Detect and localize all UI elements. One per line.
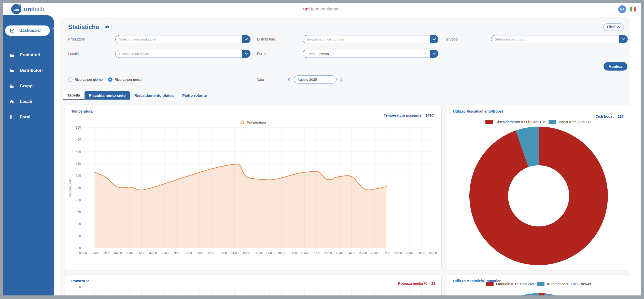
- svg-text:26/08: 26/08: [371, 251, 379, 255]
- sidebar-item-label: Distributori: [20, 68, 43, 73]
- radio-icon-selected[interactable]: [108, 77, 113, 82]
- cicli-boost-annotation: Cicli boost = 137: [595, 114, 624, 118]
- filter-label-forno: Forno: [250, 52, 303, 56]
- svg-text:27/08: 27/08: [383, 251, 390, 255]
- forno-select[interactable]: Forno Elettrico 1 ✕: [303, 50, 438, 58]
- page-title: Statistiche: [68, 23, 99, 31]
- apply-button[interactable]: Applica: [604, 62, 627, 71]
- svg-text:08/08: 08/08: [161, 251, 169, 255]
- svg-text:05/08: 05/08: [126, 251, 133, 255]
- logo-dot: [19, 4, 21, 6]
- sidebar-item-produttori[interactable]: Produttori: [3, 47, 54, 63]
- tab-piatto-rotante[interactable]: Piatto rotante: [178, 91, 211, 100]
- svg-text:29/08: 29/08: [406, 251, 413, 255]
- legend-label: Riscaldamento = 90h:34m:18s: [496, 120, 545, 124]
- locale-select[interactable]: Seleziona un locale: [115, 50, 250, 58]
- svg-text:TemperaturaC°: TemperaturaC°: [68, 178, 72, 198]
- previous-month-button[interactable]: [286, 77, 292, 82]
- buildings-icon: [9, 84, 14, 89]
- produttore-select[interactable]: Seleziona un produttore: [115, 35, 250, 43]
- svg-text:01/08: 01/08: [79, 251, 87, 255]
- filter-label-distributore: Distributore: [250, 37, 303, 41]
- chart-tabs: Tabella Riscaldamento cielo Riscaldament…: [63, 91, 630, 100]
- chevron-down-icon[interactable]: [430, 50, 438, 58]
- app-window: uni unitech uni food equipment UA Dashbo…: [3, 3, 641, 295]
- svg-text:16/08: 16/08: [254, 251, 262, 255]
- unifood-wordmark: uni food equipment: [303, 7, 341, 12]
- clear-icon[interactable]: ✕: [424, 52, 427, 56]
- riscaldamento-boost-donut: [467, 125, 610, 268]
- unitech-logo[interactable]: uni unitech: [11, 4, 44, 14]
- legend-manuale-automatico[interactable]: Manuale = 1h:16m:24sAutomatico = 89h:17m…: [447, 282, 630, 286]
- svg-text:150: 150: [76, 210, 81, 214]
- main-content: Statistiche Filtri Produttore Seleziona: [54, 15, 641, 295]
- sidebar-item-distributori[interactable]: Distributori: [3, 63, 54, 78]
- chart-title: Temperatura: [71, 109, 93, 113]
- uni-logo-circle: uni: [11, 4, 21, 14]
- tab-riscaldamento-cielo[interactable]: Riscaldamento cielo: [85, 91, 130, 100]
- download-report-button[interactable]: [103, 23, 111, 31]
- distributore-select[interactable]: Seleziona un distributore: [303, 35, 438, 43]
- language-flag-italy[interactable]: [630, 7, 636, 11]
- date-label: Data: [257, 77, 286, 81]
- svg-text:20/08: 20/08: [301, 251, 309, 255]
- legend-riscaldamento-boost[interactable]: Riscaldamento = 90h:34m:18sBoost = 5h:08…: [447, 120, 630, 124]
- radio-icon[interactable]: [68, 77, 73, 82]
- svg-text:0: 0: [79, 246, 81, 250]
- user-avatar[interactable]: UA: [618, 5, 626, 13]
- statistics-panel: Statistiche Filtri Produttore Seleziona: [60, 17, 630, 295]
- sidebar-item-label: Dashboard: [19, 28, 41, 33]
- potenza-chart-card: Potenza % Potenza media % = 23 100: [65, 275, 442, 295]
- sidebar-item-forni[interactable]: Forni: [3, 109, 54, 125]
- chart-title: Utilizzo Riscaldamento/Boost: [453, 109, 503, 113]
- legend-item[interactable]: Automatico = 89h:17m:54s: [537, 282, 591, 286]
- svg-text:31/08: 31/08: [429, 251, 437, 255]
- legend-item[interactable]: Riscaldamento = 90h:34m:18s: [485, 120, 545, 124]
- chart-title: Potenza %: [71, 279, 89, 283]
- svg-text:11/08: 11/08: [196, 251, 203, 255]
- home-icon: [9, 99, 14, 104]
- svg-text:24/08: 24/08: [347, 251, 355, 255]
- legend-item[interactable]: Boost = 5h:08m:11s: [549, 120, 591, 124]
- svg-text:23/08: 23/08: [336, 251, 343, 255]
- svg-text:500: 500: [76, 126, 81, 129]
- sidebar-item-gruppi[interactable]: Gruppi: [3, 78, 54, 94]
- svg-text:12/08: 12/08: [207, 251, 215, 255]
- tab-tabella[interactable]: Tabella: [63, 91, 85, 100]
- svg-text:07/08: 07/08: [149, 251, 157, 255]
- chevron-down-icon[interactable]: [430, 35, 438, 43]
- radio-ricerca-per-mese[interactable]: Ricerca per mese: [108, 77, 142, 82]
- sidebar-item-locali[interactable]: Locali: [3, 94, 54, 109]
- filter-label-produttore: Produttore: [68, 37, 115, 41]
- date-input[interactable]: Agosto 2025: [294, 76, 337, 84]
- heat-icon: [9, 115, 14, 120]
- legend-swatch-icon: [486, 282, 494, 286]
- radio-ricerca-per-giorno[interactable]: Ricerca per giorno: [68, 77, 103, 82]
- legend-temperatura[interactable]: Temperatura: [65, 120, 441, 124]
- svg-text:17/08: 17/08: [266, 251, 273, 255]
- chevron-down-icon[interactable]: [242, 35, 250, 43]
- legend-swatch-icon: [485, 120, 493, 124]
- chevron-down-icon[interactable]: [619, 35, 628, 43]
- svg-text:100: 100: [76, 222, 81, 226]
- legend-swatch-icon: [549, 120, 556, 124]
- filters-toggle-button[interactable]: Filtri: [603, 23, 624, 31]
- svg-text:13/08: 13/08: [219, 251, 227, 255]
- legend-item[interactable]: Manuale = 1h:16m:24s: [486, 282, 534, 286]
- riscaldamento-boost-card: Utilizzo Riscaldamento/Boost Cicli boost…: [447, 105, 630, 270]
- svg-text:09/08: 09/08: [173, 251, 180, 255]
- sidebar-item-label: Gruppi: [20, 84, 34, 88]
- filter-label-locale: Locale: [68, 52, 115, 56]
- unitech-wordmark: unitech: [24, 6, 44, 13]
- svg-text:19/08: 19/08: [289, 251, 297, 255]
- legend-label: Boost = 5h:08m:11s: [559, 120, 591, 124]
- chevron-down-icon[interactable]: [242, 50, 250, 58]
- gruppo-select[interactable]: Seleziona un gruppo: [491, 35, 628, 43]
- tab-riscaldamento-platea[interactable]: Riscaldamento platea: [130, 91, 178, 100]
- legend-label: Automatico = 89h:17m:54s: [547, 282, 591, 286]
- sidebar-item-dashboard[interactable]: Dashboard: [5, 25, 50, 36]
- svg-text:50: 50: [78, 234, 81, 238]
- svg-text:18/08: 18/08: [277, 251, 285, 255]
- next-month-button[interactable]: [339, 77, 344, 82]
- factory-icon: [9, 68, 14, 73]
